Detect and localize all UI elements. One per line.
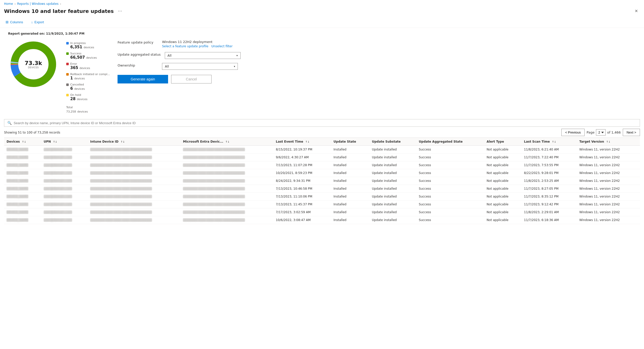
legend-item: Success 66,507 devices xyxy=(66,52,110,60)
generate-again-button[interactable]: Generate again xyxy=(118,75,168,83)
td-upn: user@domain.com xyxy=(41,154,88,161)
th-last_event_time[interactable]: Last Event Time ↑↓ xyxy=(273,138,331,146)
donut-chart: 73.3k DEVICES xyxy=(8,39,59,90)
columns-button[interactable]: Columns xyxy=(4,19,25,25)
select-profile-link[interactable]: Select a feature update profile xyxy=(162,45,208,48)
td-target_version: Windows 11, version 22H2 xyxy=(577,161,640,169)
toolbar: Columns Export xyxy=(0,17,644,28)
td-last_scan_time: 11/7/2023, 7:53:55 PM xyxy=(521,161,577,169)
td-intune_device_id: xxxxxxxx-xxxx-xxxx-xxxx-xxxxxxxxxxxx xyxy=(88,161,180,169)
main-content: Report generated on: 11/9/2023, 1:30:47 … xyxy=(0,28,644,224)
search-input[interactable] xyxy=(14,121,637,125)
legend-item: Cancelled 6 devices xyxy=(66,83,110,91)
td-ms_entra_device: xxxxxxxx-xxxx-xxxx-xxxx-xxxxxxxxxxxx xyxy=(180,161,273,169)
td-update_aggregated_state: Success xyxy=(416,201,484,208)
total-row: Total 73,258 devices xyxy=(66,106,110,114)
unselect-filter-link[interactable]: Unselect filter xyxy=(211,45,233,48)
td-upn: user@domain.com xyxy=(41,185,88,193)
td-upn: user@domain.com xyxy=(41,146,88,154)
table-row[interactable]: DEVICE_NAMEuser@domain.comxxxxxxxx-xxxx-… xyxy=(4,216,640,224)
data-table: Devices ↑↓UPN ↑↓Intune Device ID ↑↓Micro… xyxy=(4,138,640,224)
td-upn: user@domain.com xyxy=(41,216,88,224)
ownership-dropdown[interactable]: All ▾ xyxy=(162,63,238,70)
th-upn[interactable]: UPN ↑↓ xyxy=(41,138,88,146)
feature-update-row: Feature update policy Windows 11 22H2 de… xyxy=(118,40,636,48)
th-target_version[interactable]: Target Version ↑↓ xyxy=(577,138,640,146)
table-row[interactable]: DEVICE_NAMEuser@domain.comxxxxxxxx-xxxx-… xyxy=(4,185,640,193)
td-update_state: Installed xyxy=(331,216,370,224)
export-button[interactable]: Export xyxy=(30,19,45,25)
td-last_event_time: 7/13/2023, 11:10:06 PM xyxy=(273,193,331,201)
th-last_scan_time[interactable]: Last Scan Time ↑↓ xyxy=(521,138,577,146)
td-update_aggregated_state: Success xyxy=(416,193,484,201)
donut-number: 73.3k xyxy=(25,60,42,66)
ownership-row: Ownership All ▾ xyxy=(118,63,636,70)
table-row[interactable]: DEVICE_NAMEuser@domain.comxxxxxxxx-xxxx-… xyxy=(4,154,640,161)
feature-update-value: Windows 11 22H2 deployment xyxy=(162,40,233,44)
td-ms_entra_device: xxxxxxxx-xxxx-xxxx-xxxx-xxxxxxxxxxxx xyxy=(180,208,273,216)
total-count: 73,258 devices xyxy=(66,109,110,114)
td-last_scan_time: 11/7/2023, 9:12:42 PM xyxy=(521,201,577,208)
td-target_version: Windows 11, version 22H2 xyxy=(577,177,640,185)
more-options-icon[interactable]: ··· xyxy=(118,8,122,14)
td-alert_type: Not applicable xyxy=(484,216,521,224)
td-update_aggregated_state: Success xyxy=(416,185,484,193)
td-update_state: Installed xyxy=(331,193,370,201)
action-row: Generate again Cancel xyxy=(118,75,636,83)
close-button[interactable]: ✕ xyxy=(633,8,640,14)
legend-item: Error 365 devices xyxy=(66,62,110,70)
td-update_state: Installed xyxy=(331,177,370,185)
td-target_version: Windows 11, version 22H2 xyxy=(577,208,640,216)
table-row[interactable]: DEVICE_NAMEuser@domain.comxxxxxxxx-xxxx-… xyxy=(4,201,640,208)
td-intune_device_id: xxxxxxxx-xxxx-xxxx-xxxx-xxxxxxxxxxxx xyxy=(88,201,180,208)
th-devices[interactable]: Devices ↑↓ xyxy=(4,138,41,146)
td-upn: user@domain.com xyxy=(41,177,88,185)
table-row[interactable]: DEVICE_NAMEuser@domain.comxxxxxxxx-xxxx-… xyxy=(4,208,640,216)
breadcrumb-reports[interactable]: Reports | Windows updates xyxy=(17,2,59,6)
breadcrumb-home[interactable]: Home xyxy=(4,2,13,6)
td-devices: DEVICE_NAME xyxy=(4,177,41,185)
feature-update-label: Feature update policy xyxy=(118,40,158,44)
td-update_aggregated_state: Success xyxy=(416,216,484,224)
td-upn: user@domain.com xyxy=(41,169,88,177)
td-last_event_time: 10/20/2021, 8:59:23 PM xyxy=(273,169,331,177)
table-body: DEVICE_NAMEuser@domain.comxxxxxxxx-xxxx-… xyxy=(4,146,640,224)
td-upn: user@domain.com xyxy=(41,193,88,201)
previous-button[interactable]: < Previous xyxy=(561,129,585,136)
table-row[interactable]: DEVICE_NAMEuser@domain.comxxxxxxxx-xxxx-… xyxy=(4,169,640,177)
columns-icon xyxy=(6,20,9,24)
table-row[interactable]: DEVICE_NAMEuser@domain.comxxxxxxxx-xxxx-… xyxy=(4,146,640,154)
td-intune_device_id: xxxxxxxx-xxxx-xxxx-xxxx-xxxxxxxxxxxx xyxy=(88,169,180,177)
th-intune_device_id[interactable]: Intune Device ID ↑↓ xyxy=(88,138,180,146)
td-update_substate: Update installed xyxy=(369,201,416,208)
td-intune_device_id: xxxxxxxx-xxxx-xxxx-xxxx-xxxxxxxxxxxx xyxy=(88,208,180,216)
td-update_substate: Update installed xyxy=(369,177,416,185)
of-text: of 1,466 xyxy=(607,130,621,134)
table-row[interactable]: DEVICE_NAMEuser@domain.comxxxxxxxx-xxxx-… xyxy=(4,193,640,201)
update-aggregated-dropdown[interactable]: All ▾ xyxy=(165,52,241,59)
td-last_scan_time: 11/8/2023, 6:21:40 AM xyxy=(521,146,577,154)
td-intune_device_id: xxxxxxxx-xxxx-xxxx-xxxx-xxxxxxxxxxxx xyxy=(88,216,180,224)
td-update_state: Installed xyxy=(331,169,370,177)
td-ms_entra_device: xxxxxxxx-xxxx-xxxx-xxxx-xxxxxxxxxxxx xyxy=(180,185,273,193)
th-ms_entra_device[interactable]: Microsoft Entra Devic... ↑↓ xyxy=(180,138,273,146)
td-last_scan_time: 11/7/2023, 7:22:40 PM xyxy=(521,154,577,161)
td-devices: DEVICE_NAME xyxy=(4,216,41,224)
page-title: Windows 10 and later feature updates xyxy=(4,8,114,14)
next-button[interactable]: Next > xyxy=(623,129,640,136)
cancel-button[interactable]: Cancel xyxy=(171,75,212,83)
table-row[interactable]: DEVICE_NAMEuser@domain.comxxxxxxxx-xxxx-… xyxy=(4,177,640,185)
td-last_scan_time: 11/7/2023, 8:27:05 PM xyxy=(521,185,577,193)
search-icon: 🔍 xyxy=(7,121,12,125)
td-target_version: Windows 11, version 22H2 xyxy=(577,201,640,208)
page-select[interactable]: 2 xyxy=(596,129,606,136)
td-devices: DEVICE_NAME xyxy=(4,169,41,177)
td-devices: DEVICE_NAME xyxy=(4,193,41,201)
td-last_scan_time: 11/8/2023, 2:53:25 AM xyxy=(521,177,577,185)
td-last_event_time: 9/6/2022, 4:30:27 AM xyxy=(273,154,331,161)
report-generated-text: Report generated on: 11/9/2023, 1:30:47 … xyxy=(8,32,636,35)
table-row[interactable]: DEVICE_NAMEuser@domain.comxxxxxxxx-xxxx-… xyxy=(4,161,640,169)
td-alert_type: Not applicable xyxy=(484,154,521,161)
td-intune_device_id: xxxxxxxx-xxxx-xxxx-xxxx-xxxxxxxxxxxx xyxy=(88,154,180,161)
report-content: 73.3k DEVICES In progress 6,351 devices … xyxy=(8,39,636,114)
